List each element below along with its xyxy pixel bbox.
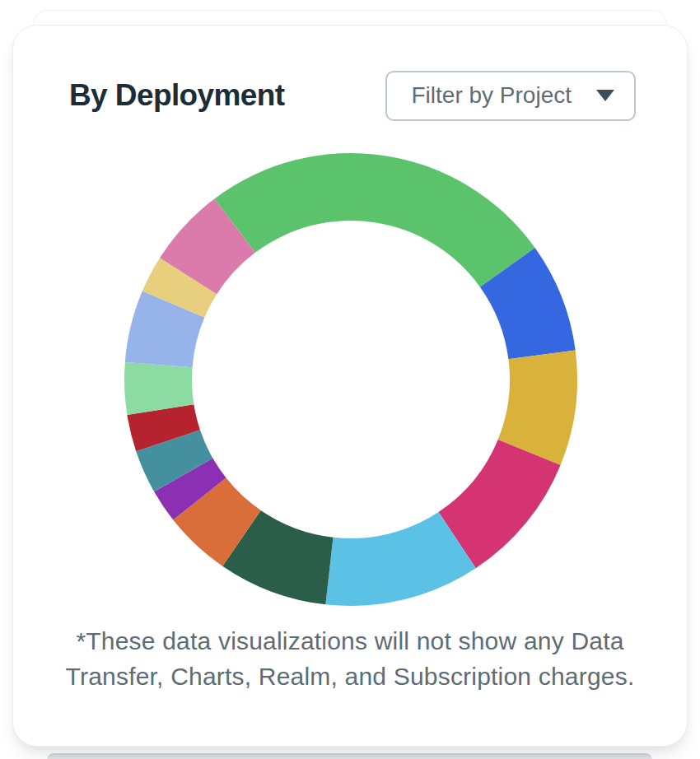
chart-footnote: *These data visualizations will not show… xyxy=(13,623,687,694)
card-header: By Deployment Filter by Project xyxy=(69,70,636,121)
filter-dropdown-label: Filter by Project xyxy=(412,82,572,109)
footnote-line-2: Transfer, Charts, Realm, and Subscriptio… xyxy=(66,663,635,690)
page-background: By Deployment Filter by Project *These d… xyxy=(0,0,700,759)
donut-chart-container xyxy=(120,149,581,610)
footnote-line-1: *These data visualizations will not show… xyxy=(76,627,623,654)
filter-by-project-dropdown[interactable]: Filter by Project xyxy=(385,71,637,121)
chevron-down-icon xyxy=(596,90,614,101)
next-card-top-edge xyxy=(47,753,652,759)
donut-segment-green[interactable] xyxy=(215,153,535,287)
page-title: By Deployment xyxy=(69,78,285,113)
by-deployment-card: By Deployment Filter by Project *These d… xyxy=(12,25,688,747)
deployment-donut-chart xyxy=(120,149,581,610)
